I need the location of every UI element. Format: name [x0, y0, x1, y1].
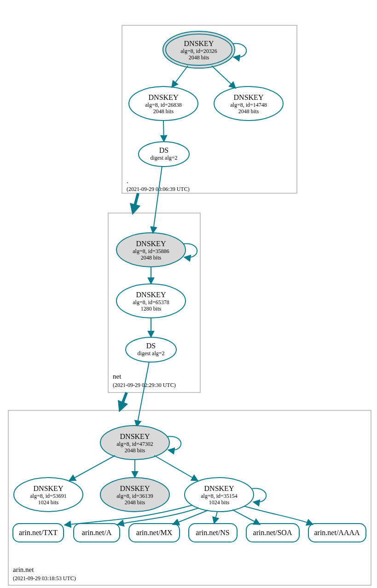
node-arin-k3: DNSKEY alg=8, id=35154 1024 bits: [185, 478, 254, 512]
edge-rootzsk-ds: [163, 121, 164, 142]
svg-text:2048 bits: 2048 bits: [125, 447, 145, 454]
zone-arin-ts: (2021-09-29 03:18:53 UTC): [13, 575, 76, 582]
edge-k3-ns: [214, 512, 217, 524]
svg-text:DNSKEY: DNSKEY: [184, 40, 214, 47]
svg-text:2048 bits: 2048 bits: [189, 54, 209, 61]
svg-text:alg=8, id=47302: alg=8, id=47302: [116, 441, 153, 447]
svg-text:alg=8, id=14748: alg=8, id=14748: [230, 102, 267, 108]
edge-root-to-net-zone: [133, 193, 138, 211]
edge-k3-mx: [173, 510, 208, 525]
edge-arin-k3-self: [252, 489, 266, 502]
svg-text:alg=8, id=35886: alg=8, id=35886: [133, 248, 169, 254]
svg-text:DNSKEY: DNSKEY: [120, 484, 150, 492]
node-net-ksk: DNSKEY alg=8, id=35886 2048 bits: [116, 233, 186, 267]
svg-text:DNSKEY: DNSKEY: [120, 432, 150, 440]
edge-arinksk-k3: [154, 455, 198, 481]
node-net-zsk: DNSKEY alg=8, id=65378 1280 bits: [116, 284, 186, 318]
svg-text:alg=8, id=20326: alg=8, id=20326: [180, 48, 217, 54]
zone-root-ts: (2021-09-29 00:06:39 UTC): [127, 186, 190, 192]
svg-text:DNSKEY: DNSKEY: [149, 93, 179, 101]
svg-text:alg=8, id=26838: alg=8, id=26838: [145, 102, 182, 108]
edge-k3-soa: [232, 510, 260, 525]
node-net-ds: DS digest alg=2: [126, 337, 176, 362]
node-root-zsk: DNSKEY alg=8, id=26838 2048 bits: [129, 86, 198, 121]
rr-a: arin.net/A: [82, 529, 112, 536]
rr-soa: arin.net/SOA: [253, 529, 292, 536]
svg-text:alg=8, id=36139: alg=8, id=36139: [116, 493, 153, 499]
dnssec-diagram: . (2021-09-29 00:06:39 UTC) DNSKEY alg=8…: [0, 0, 377, 588]
svg-text:alg=8, id=35154: alg=8, id=35154: [201, 493, 238, 499]
svg-text:DS: DS: [159, 146, 168, 154]
edge-net-to-arin-zone: [121, 392, 127, 408]
node-root-ksk: DNSKEY alg=8, id=20326 2048 bits: [163, 31, 235, 68]
svg-text:digest alg=2: digest alg=2: [150, 155, 177, 161]
node-arin-k2: DNSKEY alg=8, id=36139 2048 bits: [100, 478, 169, 512]
svg-text:2048 bits: 2048 bits: [153, 108, 174, 115]
edge-arinksk-k1: [69, 455, 115, 481]
svg-text:DNSKEY: DNSKEY: [34, 484, 64, 492]
rr-ns: arin.net/NS: [196, 529, 229, 536]
rr-group: arin.net/TXT arin.net/A arin.net/MX arin…: [13, 524, 366, 542]
node-root-ds: DS digest alg=2: [139, 142, 189, 167]
svg-text:DNSKEY: DNSKEY: [204, 484, 234, 492]
svg-text:alg=8, id=53691: alg=8, id=53691: [30, 493, 67, 499]
svg-text:2048 bits: 2048 bits: [141, 254, 162, 261]
zone-arin-name: arin.net: [13, 566, 34, 573]
svg-text:DS: DS: [146, 342, 156, 350]
edge-netds-arinksk: [137, 362, 149, 427]
edge-rootksk-zsk: [172, 66, 188, 87]
zone-net-name: net: [113, 373, 122, 380]
node-arin-ksk: DNSKEY alg=8, id=47302 2048 bits: [100, 426, 169, 460]
svg-text:2048 bits: 2048 bits: [125, 499, 145, 506]
svg-text:alg=8, id=65378: alg=8, id=65378: [133, 299, 169, 306]
rr-aaaa: arin.net/AAAA: [314, 529, 360, 536]
svg-text:DNSKEY: DNSKEY: [136, 240, 166, 248]
edge-rootds-netksk: [153, 166, 162, 233]
svg-text:DNSKEY: DNSKEY: [234, 93, 264, 101]
svg-text:1024 bits: 1024 bits: [38, 499, 59, 506]
node-arin-k1: DNSKEY alg=8, id=53691 1024 bits: [14, 478, 83, 512]
svg-text:DNSKEY: DNSKEY: [136, 291, 166, 299]
rr-txt: arin.net/TXT: [19, 529, 58, 536]
edge-rootksk-other: [212, 66, 236, 88]
svg-text:1024 bits: 1024 bits: [209, 499, 230, 506]
rr-mx: arin.net/MX: [136, 529, 173, 536]
svg-text:2048 bits: 2048 bits: [238, 108, 259, 115]
zone-root-name: .: [127, 177, 128, 184]
svg-text:digest alg=2: digest alg=2: [137, 350, 164, 357]
node-root-other: DNSKEY alg=8, id=14748 2048 bits: [214, 86, 283, 121]
svg-text:1280 bits: 1280 bits: [141, 306, 162, 312]
